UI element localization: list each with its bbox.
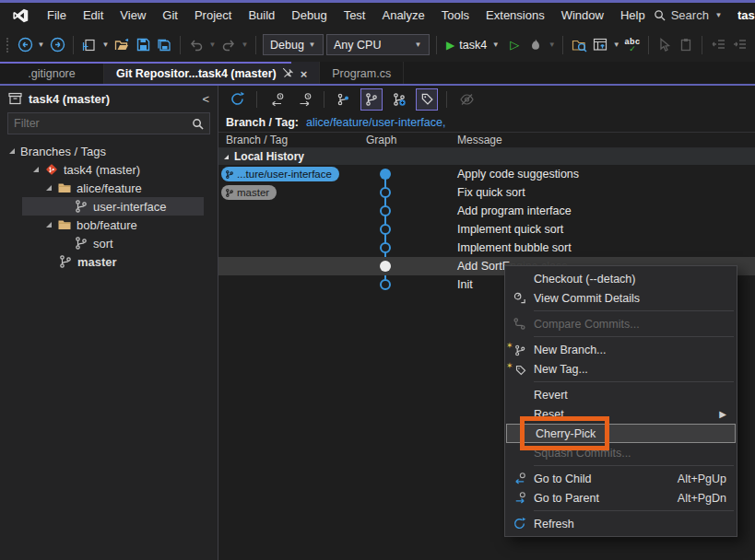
sync-with-active-document-button[interactable] bbox=[591, 34, 609, 56]
start-debug-button[interactable]: ▶ task4 ▼ bbox=[443, 39, 502, 52]
commit-dot[interactable] bbox=[380, 169, 391, 180]
tree-node-master[interactable]: master bbox=[0, 252, 218, 271]
toolbar-separator bbox=[255, 36, 256, 54]
search-box[interactable]: Search ▼ bbox=[654, 8, 737, 22]
open-file-button[interactable] bbox=[112, 34, 131, 56]
hot-reload-dropdown-icon[interactable]: ▼ bbox=[548, 41, 556, 49]
menu-item-go-to-child[interactable]: Go to Child Alt+PgUp bbox=[505, 469, 737, 488]
menu-analyze[interactable]: Analyze bbox=[373, 4, 432, 28]
show-local-branches-toggle[interactable] bbox=[360, 88, 383, 111]
toolbar-options-icon[interactable]: ▼ bbox=[612, 41, 620, 49]
tree-node-sort[interactable]: sort bbox=[0, 234, 218, 252]
menu-item-revert[interactable]: Revert bbox=[505, 385, 737, 404]
show-remote-branches-toggle[interactable] bbox=[388, 88, 410, 111]
toolbar-grip[interactable] bbox=[6, 38, 10, 52]
save-button[interactable] bbox=[134, 34, 152, 56]
close-icon[interactable]: × bbox=[301, 68, 308, 80]
tab-gitignore[interactable]: .gitignore bbox=[0, 62, 104, 86]
expander-icon[interactable] bbox=[46, 222, 52, 228]
commit-row[interactable]: Add program interface bbox=[218, 202, 755, 220]
commit-dot[interactable] bbox=[380, 261, 391, 272]
menu-item-view-commit-details[interactable]: View Commit Details bbox=[505, 288, 737, 308]
menu-edit[interactable]: Edit bbox=[75, 4, 112, 28]
branch-filter[interactable] bbox=[7, 112, 210, 134]
menu-item-new-tag[interactable]: ✶ New Tag... bbox=[505, 359, 737, 379]
commit-row[interactable]: Implement quick sort bbox=[218, 220, 755, 239]
tree-node-user-interface[interactable]: user-interface bbox=[22, 197, 204, 216]
hide-merges-button[interactable] bbox=[455, 88, 478, 111]
menu-window[interactable]: Window bbox=[553, 4, 612, 28]
column-branch-tag[interactable]: Branch / Tag bbox=[226, 134, 288, 146]
expander-icon[interactable] bbox=[33, 167, 39, 172]
pointer-select-button[interactable] bbox=[655, 34, 674, 56]
menu-test[interactable]: Test bbox=[336, 4, 374, 28]
redo-button[interactable] bbox=[219, 34, 238, 56]
tab-program-cs[interactable]: Program.cs bbox=[320, 62, 404, 86]
new-project-dropdown-icon[interactable]: ▼ bbox=[101, 41, 110, 49]
tree-node-repo[interactable]: task4 (master) bbox=[0, 160, 218, 179]
branch-badge[interactable]: ...ture/user-interface bbox=[221, 167, 339, 181]
find-in-files-button[interactable] bbox=[570, 34, 588, 56]
local-history-section-header[interactable]: Local History bbox=[218, 148, 755, 165]
collapse-panel-icon[interactable]: < bbox=[202, 92, 209, 106]
menu-file[interactable]: File bbox=[39, 4, 75, 28]
expander-icon[interactable] bbox=[46, 185, 52, 191]
commit-row[interactable]: ...ture/user-interface Apply code sugges… bbox=[218, 165, 755, 183]
tab-git-repository[interactable]: Git Repositor...task4 (master) × bbox=[104, 62, 320, 86]
expander-icon[interactable] bbox=[224, 155, 229, 159]
compare-branch-button[interactable] bbox=[333, 88, 355, 111]
solution-platform-dropdown[interactable]: Any CPU▼ bbox=[326, 34, 430, 55]
nav-back-button[interactable] bbox=[16, 34, 34, 56]
nav-back-dropdown-icon[interactable]: ▼ bbox=[37, 41, 45, 49]
commit-row[interactable]: Implement bubble sort bbox=[218, 239, 755, 257]
outdent-button[interactable] bbox=[709, 34, 727, 56]
undo-button[interactable] bbox=[187, 34, 206, 56]
branch-filter-input[interactable] bbox=[14, 117, 192, 130]
nav-forward-button[interactable] bbox=[48, 34, 66, 56]
folder-icon bbox=[57, 181, 72, 195]
run-target-dropdown-icon[interactable]: ▼ bbox=[491, 41, 500, 49]
solution-configuration-dropdown[interactable]: Debug▼ bbox=[263, 34, 324, 55]
menu-item-checkout-detach[interactable]: Checkout (--detach) bbox=[505, 269, 737, 288]
indent-button[interactable] bbox=[730, 34, 749, 56]
commit-dot[interactable] bbox=[380, 187, 391, 198]
tree-node-branches-tags[interactable]: Branches / Tags bbox=[0, 142, 218, 160]
column-message[interactable]: Message bbox=[457, 134, 502, 146]
branch-tag-value[interactable]: alice/feature/user-interface, bbox=[306, 116, 445, 129]
show-tags-toggle[interactable] bbox=[416, 88, 438, 111]
clipboard-button[interactable] bbox=[677, 34, 695, 56]
redo-dropdown-icon[interactable]: ▼ bbox=[241, 41, 249, 49]
branch-badge[interactable]: master bbox=[221, 185, 277, 200]
column-graph[interactable]: Graph bbox=[366, 134, 396, 146]
menu-build[interactable]: Build bbox=[240, 4, 283, 28]
expander-icon[interactable] bbox=[9, 148, 15, 154]
menu-item-new-branch[interactable]: ✶ New Branch... bbox=[505, 340, 737, 359]
menu-git[interactable]: Git bbox=[154, 4, 186, 28]
fetch-button[interactable] bbox=[265, 88, 288, 111]
refresh-button[interactable] bbox=[226, 88, 248, 111]
save-all-button[interactable] bbox=[155, 34, 173, 56]
commit-dot[interactable] bbox=[380, 224, 391, 235]
menu-project[interactable]: Project bbox=[186, 4, 240, 28]
menu-item-refresh[interactable]: Refresh bbox=[505, 514, 737, 533]
hot-reload-button[interactable] bbox=[526, 34, 545, 56]
new-project-button[interactable] bbox=[80, 34, 99, 56]
commit-dot[interactable] bbox=[380, 279, 391, 290]
menu-help[interactable]: Help bbox=[612, 4, 654, 28]
menu-tools[interactable]: Tools bbox=[433, 4, 478, 28]
badge-label: ...ture/user-interface bbox=[237, 169, 332, 180]
start-without-debugging-button[interactable]: ▷ bbox=[505, 34, 524, 56]
undo-dropdown-icon[interactable]: ▼ bbox=[208, 41, 217, 49]
commit-dot[interactable] bbox=[380, 205, 391, 216]
menu-view[interactable]: View bbox=[112, 4, 154, 28]
commit-row[interactable]: master Fix quick sort bbox=[218, 183, 755, 202]
pin-icon[interactable] bbox=[283, 68, 294, 79]
tree-node-alice-feature[interactable]: alice/feature bbox=[0, 179, 218, 197]
spell-check-button[interactable]: abc✓ bbox=[623, 34, 642, 56]
menu-item-go-to-parent[interactable]: Go to Parent Alt+PgDn bbox=[505, 488, 737, 508]
pull-button[interactable] bbox=[293, 88, 315, 111]
commit-dot[interactable] bbox=[380, 242, 391, 253]
menu-extensions[interactable]: Extensions bbox=[478, 4, 553, 28]
tree-node-bob-feature[interactable]: bob/feature bbox=[0, 216, 218, 234]
menu-debug[interactable]: Debug bbox=[283, 4, 335, 28]
